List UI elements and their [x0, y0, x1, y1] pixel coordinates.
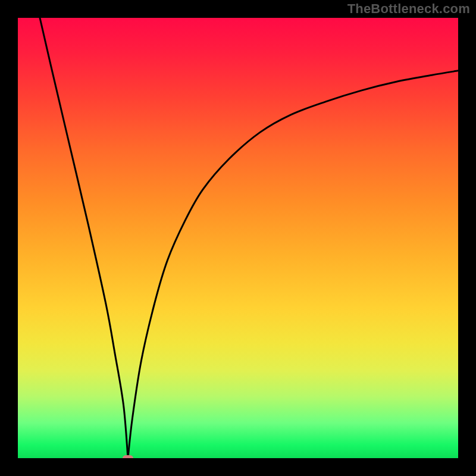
bottleneck-curve [18, 18, 458, 458]
chart-frame: TheBottleneck.com [0, 0, 476, 476]
vertex-marker [123, 455, 133, 458]
plot-area [18, 18, 458, 458]
watermark-text: TheBottleneck.com [347, 1, 470, 17]
curve-left-branch [40, 18, 128, 458]
curve-right-branch [128, 71, 458, 458]
